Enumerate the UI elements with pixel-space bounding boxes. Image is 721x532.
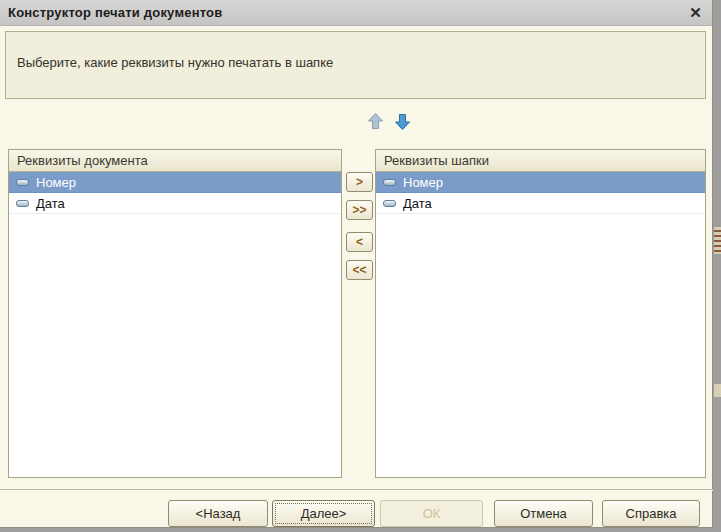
background-window-fragment bbox=[714, 384, 721, 397]
background-window-edge bbox=[713, 0, 721, 532]
title-bar[interactable]: Конструктор печати документов ✕ bbox=[0, 0, 712, 26]
document-attributes-list: Номер Дата bbox=[9, 172, 341, 477]
move-down-button[interactable] bbox=[392, 111, 413, 132]
background-window-bottom-edge bbox=[0, 528, 721, 532]
background-window-fragment bbox=[714, 227, 721, 254]
move-down-icon bbox=[392, 120, 413, 135]
list-item[interactable]: Номер bbox=[376, 172, 705, 193]
header-attributes-panel-title: Реквизиты шапки bbox=[376, 150, 705, 172]
document-attributes-panel-title: Реквизиты документа bbox=[9, 150, 341, 172]
attribute-icon bbox=[16, 200, 29, 207]
list-item-label: Номер bbox=[403, 175, 443, 190]
next-button[interactable]: Далее> bbox=[272, 500, 375, 527]
remove-button[interactable]: < bbox=[346, 232, 373, 252]
attribute-icon bbox=[383, 200, 396, 207]
document-attributes-panel: Реквизиты документа Номер Дата bbox=[8, 149, 342, 478]
step-description-text: Выберите, какие реквизиты нужно печатать… bbox=[17, 55, 333, 70]
list-item[interactable]: Дата bbox=[376, 193, 705, 214]
back-button[interactable]: <Назад bbox=[168, 500, 268, 527]
list-item[interactable]: Дата bbox=[9, 193, 341, 214]
list-item-label: Дата bbox=[403, 196, 432, 211]
attribute-icon bbox=[16, 179, 29, 186]
add-button[interactable]: > bbox=[346, 172, 373, 192]
list-item-label: Номер bbox=[36, 175, 76, 190]
help-button[interactable]: Справка bbox=[602, 500, 700, 527]
step-description-box: Выберите, какие реквизиты нужно печатать… bbox=[5, 31, 706, 99]
list-item-label: Дата bbox=[36, 196, 65, 211]
list-item[interactable]: Номер bbox=[9, 172, 341, 193]
move-up-icon bbox=[365, 120, 386, 135]
remove-all-button[interactable]: << bbox=[346, 260, 373, 280]
footer-separator bbox=[0, 489, 713, 491]
attribute-icon bbox=[383, 179, 396, 186]
header-attributes-panel: Реквизиты шапки Номер Дата bbox=[375, 149, 706, 478]
header-attributes-list: Номер Дата bbox=[376, 172, 705, 477]
screen: Конструктор печати документов ✕ Выберите… bbox=[0, 0, 721, 532]
ok-button: ОК bbox=[380, 500, 483, 527]
print-designer-dialog: Конструктор печати документов ✕ Выберите… bbox=[0, 0, 713, 528]
cancel-button[interactable]: Отмена bbox=[494, 500, 593, 527]
close-icon[interactable]: ✕ bbox=[686, 3, 705, 22]
window-title: Конструктор печати документов bbox=[8, 5, 222, 20]
move-up-button[interactable] bbox=[365, 111, 386, 132]
add-all-button[interactable]: >> bbox=[346, 200, 373, 220]
